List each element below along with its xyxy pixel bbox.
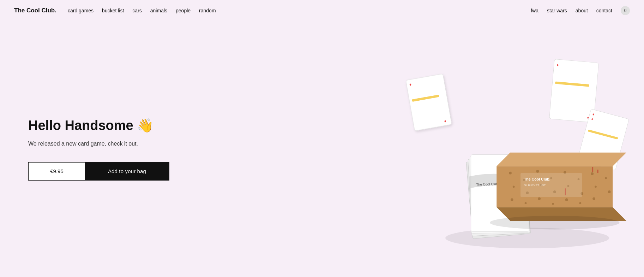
svg-point-26 bbox=[605, 177, 607, 179]
box-shadow bbox=[490, 216, 620, 230]
card-top-left: ♦ ♦ bbox=[406, 74, 452, 131]
nav-item-bucket-list[interactable]: bucket list bbox=[102, 7, 124, 14]
price-display: €9.95 bbox=[29, 163, 85, 180]
header-right: fwa star wars about contact 0 bbox=[531, 6, 630, 15]
svg-point-19 bbox=[509, 172, 512, 175]
nav-item-cars[interactable]: cars bbox=[132, 7, 142, 14]
svg-text:The Cool Club.: The Cool Club. bbox=[524, 177, 550, 181]
svg-point-40 bbox=[579, 202, 581, 204]
nav-left: card games bucket list cars animals peop… bbox=[68, 7, 216, 14]
nav-item-about[interactable]: about bbox=[576, 7, 588, 14]
add-to-bag-container: €9.95 Add to your bag bbox=[28, 162, 169, 181]
nav-item-star-wars[interactable]: star wars bbox=[547, 7, 567, 14]
add-to-bag-button[interactable]: Add to your bag bbox=[85, 163, 169, 180]
hero-text-block: Hello Handsome 👋 We released a new card … bbox=[28, 118, 169, 181]
svg-point-27 bbox=[513, 186, 515, 188]
svg-point-39 bbox=[565, 198, 568, 201]
nav-link-people[interactable]: people bbox=[176, 8, 191, 13]
nav-link-star-wars[interactable]: star wars bbox=[547, 8, 567, 13]
svg-point-38 bbox=[552, 203, 554, 205]
svg-point-34 bbox=[608, 190, 611, 193]
hero-visual: ♦ ♦ ♦ ♦ ♦ ♦ bbox=[397, 43, 644, 255]
product-box: The Cool Club. NL BUCKET LIST bbox=[496, 153, 626, 221]
hero-section: Hello Handsome 👋 We released a new card … bbox=[0, 21, 644, 277]
svg-text:The Cool Club.: The Cool Club. bbox=[476, 182, 499, 187]
hero-title: Hello Handsome 👋 bbox=[28, 118, 169, 134]
nav-item-fwa[interactable]: fwa bbox=[531, 7, 538, 14]
nav-item-random[interactable]: random bbox=[199, 7, 216, 14]
nav-item-card-games[interactable]: card games bbox=[68, 7, 94, 14]
nav-link-fwa[interactable]: fwa bbox=[531, 8, 538, 13]
svg-rect-42 bbox=[592, 167, 593, 172]
nav-link-random[interactable]: random bbox=[199, 8, 216, 13]
nav-item-people[interactable]: people bbox=[176, 7, 191, 14]
nav-right: fwa star wars about contact bbox=[531, 7, 612, 14]
nav-link-bucket-list[interactable]: bucket list bbox=[102, 8, 124, 13]
svg-point-37 bbox=[538, 197, 541, 200]
site-logo[interactable]: The Cool Club. bbox=[14, 7, 56, 14]
nav-item-contact[interactable]: contact bbox=[596, 7, 612, 14]
svg-rect-43 bbox=[597, 170, 598, 173]
nav-link-contact[interactable]: contact bbox=[596, 8, 612, 13]
header-left: The Cool Club. card games bucket list ca… bbox=[14, 7, 216, 14]
hero-subtitle: We released a new card game, check it ou… bbox=[28, 140, 169, 148]
site-header: The Cool Club. card games bucket list ca… bbox=[0, 0, 644, 21]
svg-point-36 bbox=[525, 202, 527, 204]
svg-point-25 bbox=[591, 172, 594, 175]
svg-point-41 bbox=[592, 197, 595, 200]
nav-link-card-games[interactable]: card games bbox=[68, 8, 94, 13]
cart-button[interactable]: 0 bbox=[621, 6, 630, 15]
svg-point-21 bbox=[536, 170, 539, 173]
svg-point-35 bbox=[511, 198, 513, 201]
svg-point-33 bbox=[595, 186, 597, 188]
nav-item-animals[interactable]: animals bbox=[150, 7, 167, 14]
card-game-illustration: ♦ ♦ ♦ ♦ ♦ ♦ bbox=[397, 43, 644, 255]
svg-text:NL BUCKET LIST: NL BUCKET LIST bbox=[524, 184, 546, 187]
nav-link-animals[interactable]: animals bbox=[150, 8, 167, 13]
nav-link-cars[interactable]: cars bbox=[132, 8, 142, 13]
nav-link-about[interactable]: about bbox=[576, 8, 588, 13]
svg-text:♦: ♦ bbox=[556, 62, 559, 67]
